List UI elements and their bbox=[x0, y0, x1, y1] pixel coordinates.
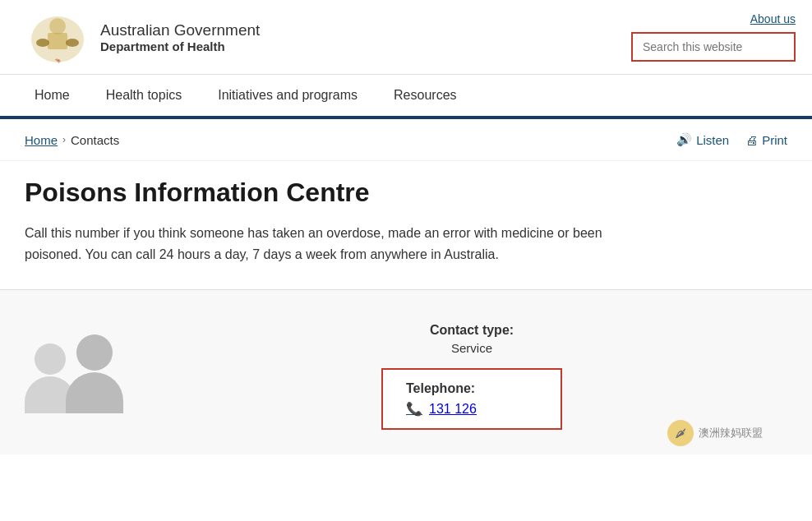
logo-area: 🦘 Australian Government Department of He… bbox=[25, 8, 260, 66]
nav-health-topics[interactable]: Health topics bbox=[88, 75, 201, 116]
telephone-link[interactable]: 131 126 bbox=[429, 402, 477, 417]
breadcrumb-actions: 🔊 Listen 🖨 Print bbox=[676, 132, 787, 147]
coat-of-arms-icon: 🦘 bbox=[25, 8, 90, 66]
contact-info: Contact type: Service Telephone: 📞 131 1… bbox=[156, 315, 787, 430]
breadcrumb-area: Home › Contacts 🔊 Listen 🖨 Print bbox=[0, 119, 812, 161]
breadcrumb-current: Contacts bbox=[71, 133, 119, 147]
avatar-back-head bbox=[35, 343, 66, 375]
search-input[interactable] bbox=[631, 32, 796, 62]
phone-icon: 📞 bbox=[406, 401, 422, 417]
svg-point-1 bbox=[49, 18, 66, 35]
site-header: 🦘 Australian Government Department of He… bbox=[0, 0, 812, 75]
watermark-text: 澳洲辣妈联盟 bbox=[699, 426, 763, 440]
listen-label: Listen bbox=[696, 133, 729, 147]
avatar-front-person bbox=[66, 334, 123, 413]
main-nav: Home Health topics Initiatives and progr… bbox=[0, 75, 812, 119]
telephone-box: Telephone: 📞 131 126 bbox=[381, 368, 562, 430]
print-button[interactable]: 🖨 Print bbox=[745, 133, 787, 147]
breadcrumb: Home › Contacts bbox=[25, 133, 119, 147]
nav-home[interactable]: Home bbox=[16, 75, 88, 116]
logo-line1: Australian Government bbox=[100, 21, 260, 39]
avatar-group bbox=[25, 323, 156, 413]
logo-line2: Department of Health bbox=[100, 39, 260, 53]
print-label: Print bbox=[762, 133, 787, 147]
contact-type-label: Contact type: bbox=[430, 323, 514, 338]
avatar-front-head bbox=[76, 334, 113, 371]
about-us-link[interactable]: About us bbox=[750, 12, 796, 25]
watermark: 🌶 澳洲辣妈联盟 bbox=[667, 420, 763, 446]
contact-section: Contact type: Service Telephone: 📞 131 1… bbox=[0, 290, 812, 454]
main-content: Poisons Information Centre Call this num… bbox=[0, 161, 812, 290]
telephone-label: Telephone: bbox=[406, 381, 537, 396]
nav-initiatives[interactable]: Initiatives and programs bbox=[200, 75, 376, 116]
svg-point-3 bbox=[36, 39, 49, 47]
breadcrumb-home[interactable]: Home bbox=[25, 133, 58, 147]
avatar-front-body bbox=[66, 372, 123, 413]
page-title: Poisons Information Centre bbox=[25, 178, 787, 208]
svg-text:🦘: 🦘 bbox=[55, 58, 62, 64]
svg-rect-2 bbox=[48, 33, 67, 49]
speaker-icon: 🔊 bbox=[676, 132, 692, 147]
contact-type-value: Service bbox=[451, 341, 492, 355]
nav-resources[interactable]: Resources bbox=[376, 75, 474, 116]
svg-point-4 bbox=[66, 39, 79, 47]
contact-avatar bbox=[25, 323, 156, 422]
page-description: Call this number if you think someone ha… bbox=[25, 223, 649, 265]
breadcrumb-separator: › bbox=[62, 134, 66, 145]
header-right: About us bbox=[631, 12, 796, 62]
site-title: Australian Government Department of Heal… bbox=[100, 21, 260, 53]
printer-icon: 🖨 bbox=[745, 133, 758, 147]
listen-button[interactable]: 🔊 Listen bbox=[676, 132, 729, 147]
watermark-icon: 🌶 bbox=[667, 420, 694, 446]
telephone-number: 📞 131 126 bbox=[406, 401, 537, 417]
